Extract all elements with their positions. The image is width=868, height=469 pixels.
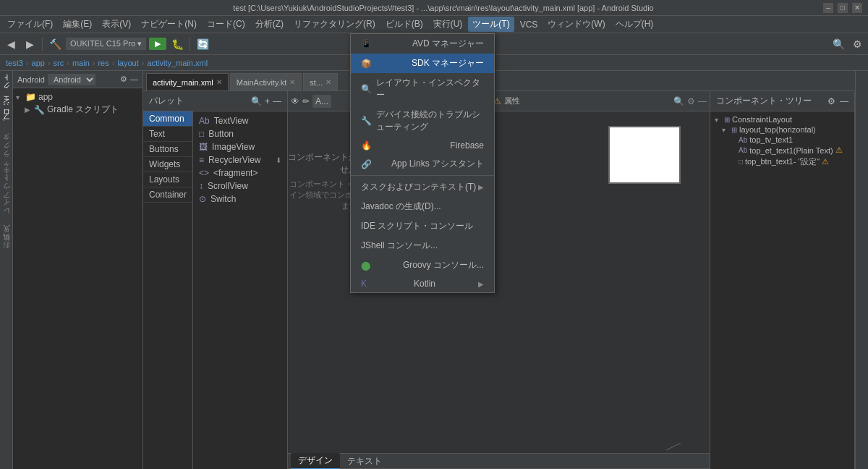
tree-item-gradle[interactable]: ▶ 🔧 Gradle スクリプト (25, 103, 140, 117)
menu-item-ide-script[interactable]: IDE スクリプト・コンソール (351, 216, 494, 236)
palette-item-switch[interactable]: ⊙ Switch (196, 193, 284, 206)
toolbar-separator (42, 38, 43, 51)
close-button[interactable]: ✕ (852, 3, 862, 13)
recyclerview-download[interactable]: ⬇ (276, 156, 281, 164)
properties-label: 属性 (504, 96, 520, 106)
palette-close-icon[interactable]: — (273, 96, 281, 106)
palette-cat-widgets[interactable]: Widgets (143, 157, 192, 172)
palette-menu-icon[interactable]: + (265, 96, 270, 106)
menu-item-9[interactable]: ツール(T) (468, 17, 514, 32)
menu-item-10[interactable]: VCS (516, 18, 542, 31)
comp-item-layout-top[interactable]: ▾ ⊞ layout_top(horizontal) (720, 124, 851, 135)
comp-label-tv-text1: top_tv_text1 (749, 135, 793, 144)
menu-item-applinks[interactable]: 🔗 App Links アシスタント (351, 154, 494, 174)
breadcrumb-item-3[interactable]: main (72, 59, 90, 67)
menu-item-1[interactable]: 編集(E) (59, 17, 96, 32)
menu-item-sdk[interactable]: 📦 SDK マネージャー (351, 54, 494, 73)
build-button[interactable]: 🔨 (47, 36, 63, 52)
search-icon[interactable]: 🔍 (251, 96, 262, 106)
palette-item-textview[interactable]: Ab TextView (196, 114, 284, 127)
palette-item-fragment[interactable]: <> <fragment> (196, 166, 284, 179)
palette-cat-buttons[interactable]: Buttons (143, 142, 192, 157)
menu-item-4[interactable]: コード(C) (203, 17, 250, 32)
breadcrumb-sep-2: › (67, 59, 69, 67)
avd-icon: 📱 (361, 39, 372, 49)
tab-design[interactable]: デザイン (291, 453, 340, 470)
breadcrumb-sep-1: › (48, 59, 51, 67)
menu-item-2[interactable]: 表示(V) (98, 17, 135, 32)
comp-item-et-text1[interactable]: ▾ Ab top_et_text1(Plain Text) ⚠ (728, 145, 851, 156)
tree-item-app[interactable]: ▾ 📁 app (16, 91, 140, 103)
breadcrumb-item-6[interactable]: activity_main.xml (147, 59, 208, 67)
tab-1[interactable]: MainActivity.kt✕ (230, 73, 302, 90)
menu-item-troubleshoot[interactable]: 🔧 デバイス接続のトラブルシューティング (351, 105, 494, 137)
breadcrumb-sep-3: › (93, 59, 95, 67)
back-button[interactable]: ◀ (3, 36, 19, 52)
menu-item-layout-inspector[interactable]: 🔍 レイアウト・インスペクター (351, 73, 494, 105)
menu-item-8[interactable]: 実行(U) (429, 17, 467, 32)
comp-item-constraint[interactable]: ▾ ⊞ ConstraintLayout (713, 114, 851, 124)
design-icon-1[interactable]: 👁 (291, 96, 299, 106)
maximize-button[interactable]: □ (838, 3, 848, 13)
breadcrumb-item-5[interactable]: layout (117, 59, 138, 67)
title-controls[interactable]: – □ ✕ (823, 3, 862, 13)
minimize-button[interactable]: – (823, 3, 833, 13)
breadcrumb-item-4[interactable]: res (98, 59, 109, 67)
menu-item-avd[interactable]: 📱 AVD マネージャー (351, 34, 494, 54)
tasks-label: タスクおよびコンテキスト(T) (361, 181, 476, 193)
tab-2[interactable]: st...✕ (303, 73, 338, 90)
design-icon-2[interactable]: ✏ (302, 96, 310, 106)
palette-item-imageview[interactable]: 🖼 ImageView (196, 140, 284, 153)
project-tab[interactable]: プロジェクト (0, 72, 13, 132)
sync-button[interactable]: 🔄 (195, 36, 210, 52)
project-settings-icon[interactable]: ⚙ (120, 75, 127, 84)
design-icon-3[interactable]: A... (312, 95, 331, 108)
tab-close-2[interactable]: ✕ (326, 78, 331, 86)
palette-cat-common[interactable]: Common (143, 111, 192, 127)
fragment-icon: <> (199, 168, 209, 178)
menu-item-javadoc[interactable]: Javadoc の生成(D)... (351, 197, 494, 216)
right-panel-close[interactable]: — (698, 96, 707, 106)
breadcrumb-item-1[interactable]: app (32, 59, 45, 67)
menu-item-kotlin[interactable]: K Kotlin ▶ (351, 275, 494, 292)
breadcrumb-item-0[interactable]: test3 (6, 59, 23, 67)
settings-button[interactable]: ⚙ (849, 36, 865, 52)
menu-item-firebase[interactable]: 🔥 Firebase (351, 137, 494, 154)
palette-item-recyclerview[interactable]: ≡ RecyclerView ⬇ (196, 153, 284, 166)
palette-cat-container[interactable]: Container (143, 187, 192, 203)
favorites-tab[interactable]: お気に入り (0, 224, 13, 260)
menu-item-5[interactable]: 分析(Z) (251, 17, 288, 32)
right-panel-settings[interactable]: ⚙ (687, 96, 695, 106)
menu-item-0[interactable]: ファイル(F) (3, 17, 57, 32)
menu-item-6[interactable]: リファクタリング(R) (289, 17, 380, 32)
tab-0[interactable]: activity_main.xml✕ (146, 73, 229, 90)
palette-item-button[interactable]: □ Button (196, 127, 284, 140)
right-panel-search[interactable]: 🔍 (673, 96, 684, 106)
forward-button[interactable]: ▶ (22, 36, 38, 52)
tab-text[interactable]: テキスト (340, 454, 389, 469)
menu-item-groovy[interactable]: ⬤ Groovy コンソール... (351, 255, 494, 275)
palette-cat-layouts[interactable]: Layouts (143, 172, 192, 187)
menu-item-tasks[interactable]: タスクおよびコンテキスト(T) ▶ (351, 177, 494, 197)
tab-close-1[interactable]: ✕ (289, 78, 295, 86)
project-close-icon[interactable]: — (130, 75, 138, 84)
component-tree-settings-icon[interactable]: ⚙ (827, 96, 835, 106)
menu-item-7[interactable]: ビルド(B) (381, 17, 427, 32)
layout-char-tab[interactable]: レイアウト・キャラクタ (0, 132, 13, 224)
comp-item-btn-text1[interactable]: ▾ □ top_btn_text1- "設定" ⚠ (728, 156, 851, 168)
component-tree-close-icon[interactable]: — (840, 96, 848, 106)
menu-item-11[interactable]: ウィンドウ(W) (543, 17, 609, 32)
debug-button[interactable]: 🐛 (169, 36, 185, 52)
run-button[interactable]: ▶ (149, 38, 166, 50)
comp-item-tv-text1[interactable]: ▾ Ab top_tv_text1 (728, 135, 851, 145)
tab-close-0[interactable]: ✕ (216, 78, 222, 86)
breadcrumb-item-2[interactable]: src (54, 59, 64, 67)
project-select[interactable]: Android (48, 74, 95, 85)
device-selector[interactable]: OUKITEL C15 Pro ▾ (66, 38, 146, 50)
palette-cat-text[interactable]: Text (143, 127, 192, 142)
menu-item-3[interactable]: ナビゲート(N) (137, 17, 201, 32)
search-button[interactable]: 🔍 (830, 36, 846, 52)
menu-item-jshell[interactable]: JShell コンソール... (351, 236, 494, 255)
palette-item-scrollview[interactable]: ↕ ScrollView (196, 179, 284, 193)
menu-item-12[interactable]: ヘルプ(H) (611, 17, 658, 32)
